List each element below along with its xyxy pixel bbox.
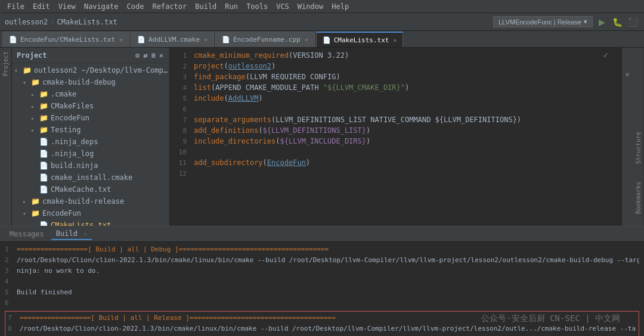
kw-token: add_definitions	[194, 126, 258, 135]
tab-build[interactable]: Build ✕	[51, 228, 92, 240]
tab-encodefunname[interactable]: 📄 EncodeFunname.cpp ✕	[215, 32, 315, 47]
menu-item-navigate[interactable]: Navigate	[80, 1, 122, 12]
cmake-icon-2: 📄	[137, 36, 145, 43]
tree-node-icon: 📁	[23, 66, 32, 74]
tree-arrow-icon: ▸	[31, 127, 39, 133]
tab-cmake-encodefun[interactable]: 📄 EncodeFun/CMakeLists.txt ✕	[2, 32, 129, 47]
line-content[interactable]	[191, 169, 198, 178]
sync-icon[interactable]: ⇄	[142, 50, 148, 61]
tree-item[interactable]: 📄.ninja_deps	[12, 136, 169, 148]
line-number: 2	[170, 63, 191, 70]
tree-item[interactable]: 📄build.ninja	[12, 160, 169, 172]
tree-arrow-icon: ▸	[31, 91, 39, 98]
tree-node-icon: 📄	[39, 221, 49, 226]
paren-token: (	[246, 73, 250, 81]
line-content[interactable]: include(AddLLVM)	[191, 94, 263, 102]
run-button[interactable]: ▶	[595, 15, 608, 29]
kw-token: cmake_minimum_required	[194, 51, 289, 60]
line-number: 9	[170, 138, 191, 145]
build-output-line: 3ninja: no work to do.	[5, 266, 639, 276]
breadcrumb-project[interactable]: outlesson2	[5, 18, 48, 26]
structure-label[interactable]: Structure	[635, 132, 642, 164]
line-content[interactable]: cmake_minimum_required(VERSION 3.22)	[191, 51, 349, 60]
bookmarks-label[interactable]: Bookmarks	[635, 182, 642, 214]
side-panel-strip: Project	[0, 48, 12, 226]
menu-item-refactor[interactable]: Refactor	[148, 1, 190, 12]
tab-close-icon-3[interactable]: ✕	[305, 36, 308, 43]
tab-cmakelists-active[interactable]: 📄 CMakeLists.txt ✕	[316, 32, 404, 47]
tree-item[interactable]: ▸📁.cmake	[12, 88, 169, 100]
tree-item[interactable]: ▾📁cmake-build-debug	[12, 76, 169, 88]
line-number: 4	[170, 84, 191, 92]
breadcrumb: outlesson2 › CMakeLists.txt	[5, 18, 117, 26]
paren-token: (	[275, 137, 280, 145]
tree-item[interactable]: ▸📁CMakeFiles	[12, 100, 169, 112]
close-panel-icon[interactable]: ✕	[158, 50, 165, 61]
menu-item-vcs[interactable]: VCS	[273, 1, 293, 12]
menu-item-file[interactable]: File	[4, 1, 28, 12]
line-content[interactable]	[191, 148, 198, 156]
tree-item[interactable]: ▾📁outlesson2 ~/Desktop/llvm-Compiler/llv…	[12, 64, 169, 76]
plain-token: LLVM REQUIRED CONFIG	[250, 73, 336, 81]
project-toggle[interactable]: Project	[1, 50, 10, 77]
tree-item[interactable]: ▸📁EncodeFun	[12, 112, 169, 124]
tree-item[interactable]: 📄CMakeLists.txt	[12, 219, 169, 226]
tree-node-label: cmake-build-debug	[42, 78, 116, 86]
tree-item[interactable]: 📄CMakeCache.txt	[12, 183, 169, 195]
tree-item[interactable]: ▸📁cmake-build-release	[12, 195, 169, 207]
collapse-icon[interactable]: ≡	[150, 50, 157, 61]
build-line-text: ==================[ Build | all | Debug …	[17, 244, 329, 255]
kw-token: include_directories	[194, 137, 275, 145]
run-config-selector[interactable]: LLVMEncodeFunc | Release ▾	[493, 16, 593, 27]
tree-node-icon: 📄	[39, 161, 49, 170]
tree-item[interactable]: 📄cmake_install.cmake	[12, 172, 169, 183]
stop-button[interactable]: ⬛	[626, 15, 639, 29]
project-panel-toolbar: ⚙ ⇄ ≡ ✕	[134, 50, 165, 61]
tree-item[interactable]: ▸📁Testing	[12, 124, 169, 136]
var-token: ${LLVM_DEFINITIONS_LIST}	[263, 126, 366, 135]
code-editor[interactable]: 1cmake_minimum_required(VERSION 3.22)2pr…	[170, 48, 621, 226]
tab-close-icon-2[interactable]: ✕	[204, 36, 208, 43]
build-line-number: 1	[5, 244, 17, 255]
line-number: 5	[170, 95, 191, 102]
tree-item[interactable]: ▾📁EncodeFun	[12, 207, 169, 219]
menu-item-build[interactable]: Build	[191, 1, 220, 12]
menu-item-edit[interactable]: Edit	[29, 1, 54, 12]
menu-item-run[interactable]: Run	[221, 1, 242, 12]
paren-token: )	[345, 51, 349, 60]
gear-icon[interactable]: ⚙	[134, 50, 141, 61]
build-line-text: /root/Desktop/Clion/clion-2022.1.3/bin/c…	[20, 323, 636, 334]
menu-item-help[interactable]: Help	[328, 1, 352, 12]
paren-token: )	[271, 62, 275, 70]
menu-item-code[interactable]: Code	[123, 1, 148, 12]
breadcrumb-file[interactable]: CMakeLists.txt	[57, 18, 117, 26]
tab-close-icon[interactable]: ✕	[119, 36, 123, 43]
menu-item-window[interactable]: Window	[294, 1, 327, 12]
tab-addllvm[interactable]: 📄 AddLLVM.cmake ✕	[131, 32, 214, 47]
tab-close-icon-4[interactable]: ✕	[393, 37, 397, 43]
tree-item[interactable]: 📄.ninja_log	[12, 148, 169, 160]
line-content[interactable]: separate_arguments(LLVM_DEFINITIONS_LIST…	[191, 116, 521, 124]
paren-token: )	[366, 126, 370, 135]
editor-area: ✓ 1cmake_minimum_required(VERSION 3.22)2…	[170, 48, 621, 226]
line-content[interactable]	[191, 105, 198, 113]
bottom-panel: Messages Build ✕ 1==================[ Bu…	[0, 226, 644, 336]
paren-token: (	[224, 62, 228, 70]
line-content[interactable]: find_package(LLVM REQUIRED CONFIG)	[191, 73, 340, 81]
line-content[interactable]: include_directories(${LLVM_INCLUDE_DIRS}…	[191, 137, 370, 145]
line-content[interactable]: add_subdirectory(EncodeFun)	[191, 158, 310, 167]
tab-bar: 📄 EncodeFun/CMakeLists.txt ✕ 📄 AddLLVM.c…	[0, 31, 644, 48]
menu-item-tools[interactable]: Tools	[243, 1, 271, 12]
line-content[interactable]: project(outlesson2)	[191, 62, 275, 70]
tab-messages[interactable]: Messages	[5, 229, 49, 239]
debug-button[interactable]: 🐛	[611, 15, 624, 29]
build-output-line: 2/root/Desktop/Clion/clion-2022.1.3/bin/…	[5, 255, 639, 266]
line-number: 8	[170, 127, 191, 135]
kw-token: add_subdirectory	[194, 158, 263, 167]
line-content[interactable]: list(APPEND CMAKE_MODULE_PATH "${LLVM_CM…	[191, 83, 409, 92]
tab-build-close[interactable]: ✕	[83, 231, 87, 237]
menu-item-view[interactable]: View	[55, 1, 79, 12]
right-strip-label[interactable]: ≡	[623, 71, 632, 77]
tab-label: CMakeLists.txt	[334, 36, 389, 44]
line-content[interactable]: add_definitions(${LLVM_DEFINITIONS_LIST}…	[191, 126, 370, 135]
